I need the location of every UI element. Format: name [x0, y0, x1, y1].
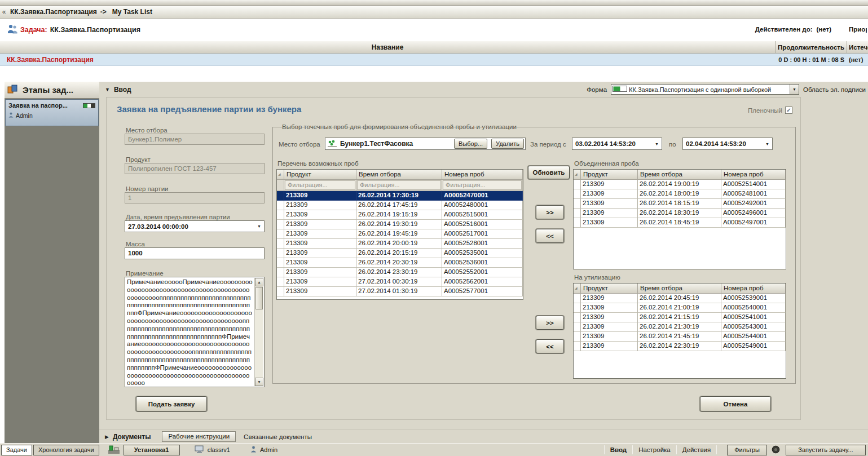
table-cell[interactable]: A00052552001	[442, 268, 523, 277]
tab-work-instructions[interactable]: Рабочие инструкции	[162, 431, 236, 442]
table-cell[interactable]: 26.02.2014 18:45:19	[638, 218, 721, 228]
table-cell[interactable]: A00052480001	[442, 201, 523, 210]
table-cell[interactable]: A00052536001	[442, 258, 523, 268]
table-row[interactable]: 21330926.02.2014 19:30:19A00052516001	[277, 220, 523, 229]
table-row[interactable]: 21330926.02.2014 19:00:19A00052514001	[574, 180, 786, 189]
table-cell[interactable]: 26.02.2014 20:15:19	[356, 249, 442, 258]
table-row[interactable]: 21330927.02.2014 01:30:19A00052577001	[277, 287, 523, 296]
breadcrumb-current[interactable]: My Task List	[112, 8, 152, 16]
table-cell[interactable]: 213309	[581, 332, 638, 342]
table-cell[interactable]: A00052515001	[442, 210, 523, 220]
task-grid-row[interactable]: КК.Заявка.Паспортизация 0 D : 00 H : 01 …	[0, 54, 868, 66]
table-cell[interactable]: 26.02.2014 19:15:19	[356, 210, 442, 220]
table-cell[interactable]: A00052497001	[721, 218, 786, 228]
delete-button[interactable]: Удалить	[491, 139, 524, 149]
table-row[interactable]: 21330926.02.2014 17:45:19A00052480001	[277, 201, 523, 210]
table-cell[interactable]: 213309	[284, 268, 356, 277]
table-cell[interactable]: 26.02.2014 20:30:19	[356, 258, 442, 268]
table-cell[interactable]: 213309	[581, 313, 638, 322]
table-cell[interactable]: A00052549001	[721, 342, 786, 351]
table-row[interactable]: 21330926.02.2014 18:45:19A00052497001	[574, 218, 786, 228]
collapse-icon[interactable]: «	[0, 8, 8, 16]
table-cell[interactable]: 26.02.2014 21:30:19	[638, 322, 721, 332]
table-cell[interactable]: A00052481001	[721, 189, 786, 199]
table-cell[interactable]: 26.02.2014 18:15:19	[638, 199, 721, 209]
section-collapse-icon[interactable]: ▼	[105, 87, 110, 92]
scrollbar-thumb[interactable]	[255, 287, 263, 309]
column-header[interactable]: Продукт	[284, 170, 356, 179]
table-cell[interactable]: 213309	[284, 201, 356, 210]
scroll-up-icon[interactable]: ▲	[255, 278, 263, 286]
table-cell[interactable]: A00052540001	[721, 303, 786, 313]
film-checkbox[interactable]: ✓	[785, 107, 792, 114]
table-cell[interactable]: 26.02.2014 17:45:19	[356, 201, 442, 210]
chevron-down-icon[interactable]: ▼	[763, 142, 772, 146]
table-cell[interactable]: A00052543001	[721, 322, 786, 332]
column-header-duration[interactable]: Продолжительность	[776, 41, 847, 53]
table-cell[interactable]: 213309	[284, 220, 356, 229]
column-header[interactable]: Время отбора	[356, 170, 442, 179]
column-header[interactable]: Номера проб	[721, 284, 786, 293]
period-from-dropdown[interactable]: 03.02.2014 14:53:20 ▼	[572, 138, 662, 150]
table-row[interactable]: 21330926.02.2014 20:30:19A00052536001	[277, 258, 523, 268]
table-row[interactable]: 21330926.02.2014 18:30:19A00052496001	[574, 209, 786, 218]
table-cell[interactable]: 213309	[284, 210, 356, 220]
table-row[interactable]: 21330927.02.2014 00:30:19A00052562001	[277, 277, 523, 287]
table-cell[interactable]: A00052516001	[442, 220, 523, 229]
table-cell[interactable]: A00052544001	[721, 332, 786, 342]
table-cell[interactable]: 26.02.2014 21:45:19	[638, 332, 721, 342]
table-cell[interactable]: 26.02.2014 17:30:19	[356, 191, 442, 201]
table-row[interactable]: 21330926.02.2014 21:00:19A00052540001	[574, 303, 786, 313]
column-header[interactable]: Продукт	[581, 284, 638, 293]
table-cell[interactable]: 213309	[284, 249, 356, 258]
scroll-down-icon[interactable]: ▼	[255, 378, 263, 386]
filter-input[interactable]: Фильтрация...	[357, 180, 441, 190]
table-row[interactable]: 21330926.02.2014 23:30:19A00052552001	[277, 268, 523, 277]
table-cell[interactable]: 26.02.2014 19:45:19	[356, 229, 442, 239]
table-cell[interactable]: A00052492001	[721, 199, 786, 209]
table-cell[interactable]: 213309	[581, 342, 638, 351]
table-cell[interactable]: 26.02.2014 20:45:19	[638, 294, 721, 303]
table-row[interactable]: 21330926.02.2014 21:45:19A00052544001	[574, 332, 786, 342]
table-row[interactable]: 21330926.02.2014 20:15:19A00052535001	[277, 249, 523, 258]
cancel-button[interactable]: Отмена	[700, 396, 771, 411]
status-actions-button[interactable]: Действия	[680, 446, 713, 453]
column-header-expiry[interactable]: Истече	[847, 41, 868, 53]
table-cell[interactable]: 26.02.2014 22:30:19	[638, 342, 721, 351]
column-header-name[interactable]: Название	[0, 41, 776, 53]
move-from-utilization-button[interactable]: <<	[536, 339, 564, 353]
datetime-dropdown[interactable]: 27.03.2014 00:00:00 ▼	[125, 220, 265, 232]
table-cell[interactable]: A00052517001	[442, 229, 523, 239]
table-cell[interactable]: 26.02.2014 19:30:19	[356, 220, 442, 229]
table-cell[interactable]: 213309	[284, 287, 356, 296]
table-cell[interactable]: 213309	[284, 191, 356, 201]
stage-item[interactable]: Заявка на паспор... Admin	[5, 99, 99, 126]
table-cell[interactable]: 213309	[581, 303, 638, 313]
mass-field[interactable]: 1000	[125, 247, 265, 259]
table-row[interactable]: 21330926.02.2014 20:00:19A00052528001	[277, 239, 523, 249]
table-cell[interactable]: 26.02.2014 21:15:19	[638, 313, 721, 322]
table-cell[interactable]: 213309	[284, 229, 356, 239]
breadcrumb-root[interactable]: КК.Заявка.Паспортизация	[10, 8, 97, 16]
documents-expand-icon[interactable]: ▶	[105, 434, 109, 440]
table-cell[interactable]: A00052535001	[442, 249, 523, 258]
table-cell[interactable]: 213309	[581, 180, 638, 189]
table-cell[interactable]: A00052496001	[721, 209, 786, 218]
table-cell[interactable]: 26.02.2014 23:30:19	[356, 268, 442, 277]
table-cell[interactable]: A00052470001	[442, 191, 523, 201]
table-cell[interactable]: 213309	[284, 258, 356, 268]
table-cell[interactable]: 27.02.2014 00:30:19	[356, 277, 442, 287]
table-cell[interactable]: A00052541001	[721, 313, 786, 322]
move-from-combined-button[interactable]: <<	[536, 229, 564, 243]
column-header[interactable]: Время отбора	[638, 170, 721, 179]
table-cell[interactable]: 213309	[581, 294, 638, 303]
table-row[interactable]: 21330926.02.2014 18:00:19A00052481001	[574, 189, 786, 199]
chevron-down-icon[interactable]: ▼	[652, 142, 662, 146]
period-to-dropdown[interactable]: 02.04.2014 14:53:20 ▼	[682, 138, 773, 150]
table-cell[interactable]: A00052528001	[442, 239, 523, 249]
table-cell[interactable]: 26.02.2014 18:30:19	[638, 209, 721, 218]
table-row[interactable]: 21330926.02.2014 17:30:19A00052470001	[277, 191, 523, 201]
record-circle-icon[interactable]	[772, 445, 780, 455]
installation-button[interactable]: Установка1	[124, 445, 180, 455]
tab-task-chronology[interactable]: Хронология задачи	[33, 445, 99, 455]
